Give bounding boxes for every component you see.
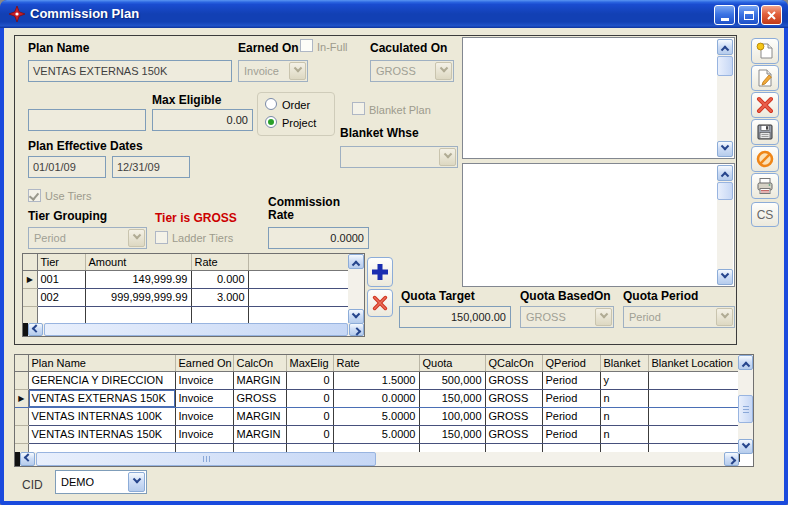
cell[interactable]: MARGIN <box>233 425 286 443</box>
minimize-button[interactable] <box>714 5 735 25</box>
column-header[interactable]: Amount <box>85 254 191 270</box>
cell[interactable]: VENTAS INTERNAS 150K <box>28 425 175 443</box>
column-header[interactable]: Rate <box>191 254 248 270</box>
cell[interactable]: GROSS <box>485 389 542 407</box>
cell[interactable]: 100,000 <box>419 407 485 425</box>
cell[interactable] <box>248 306 350 324</box>
column-header[interactable]: Blanket Location <box>648 355 739 371</box>
cell[interactable] <box>648 407 739 425</box>
titlebar[interactable]: Commission Plan <box>0 0 788 28</box>
scroll-right-button[interactable] <box>349 323 364 336</box>
cell[interactable]: 0 <box>286 371 333 389</box>
scrollbar-thumb[interactable] <box>738 395 753 423</box>
cell[interactable]: 3.000 <box>191 288 248 306</box>
column-header[interactable]: QCalcOn <box>485 355 542 371</box>
close-button[interactable] <box>761 5 782 25</box>
blanket-plan-checkbox[interactable] <box>352 102 365 115</box>
cell[interactable] <box>648 389 739 407</box>
scroll-down-button[interactable] <box>348 309 364 324</box>
cell[interactable] <box>191 306 248 324</box>
column-header[interactable]: Plan Name <box>28 355 175 371</box>
date-start-input[interactable]: 01/01/09 <box>28 156 106 178</box>
earned-on-dropdown-button[interactable] <box>289 62 306 80</box>
cell[interactable]: 0 <box>286 425 333 443</box>
scroll-left-button[interactable] <box>28 323 43 336</box>
cell[interactable]: Invoice <box>175 389 233 407</box>
delete-record-button[interactable] <box>751 92 779 118</box>
quota-basedon-dropdown-button[interactable] <box>595 308 612 326</box>
tier-grid-vscrollbar[interactable] <box>348 254 364 324</box>
cell[interactable]: Invoice <box>175 407 233 425</box>
cell[interactable]: 150,000 <box>419 389 485 407</box>
cell[interactable]: MARGIN <box>233 407 286 425</box>
delete-tier-button[interactable] <box>367 289 393 317</box>
column-header[interactable]: Blanket <box>600 355 648 371</box>
date-end-input[interactable]: 12/31/09 <box>112 156 190 178</box>
scrollbar-track[interactable] <box>717 181 733 269</box>
commission-rate-input[interactable]: 0.0000 <box>268 227 369 249</box>
cancel-button[interactable] <box>751 146 779 172</box>
cell[interactable]: 5.0000 <box>333 425 419 443</box>
cell[interactable]: 1.5000 <box>333 371 419 389</box>
cid-select[interactable]: DEMO <box>55 470 147 494</box>
cell[interactable]: Invoice <box>175 371 233 389</box>
memo-box-2-scrollbar[interactable] <box>717 165 733 285</box>
table-row[interactable]: ▶001149,999.990.000 <box>23 270 350 288</box>
table-row[interactable] <box>23 306 350 324</box>
quota-period-select[interactable]: Period <box>623 306 735 328</box>
table-row[interactable]: GERENCIA Y DIRECCIONInvoiceMARGIN01.5000… <box>15 371 739 389</box>
cell[interactable]: GERENCIA Y DIRECCION <box>28 371 175 389</box>
new-record-button[interactable] <box>751 38 779 64</box>
cell[interactable]: 149,999.99 <box>85 270 191 288</box>
column-header[interactable]: Tier <box>37 254 85 270</box>
cell[interactable] <box>85 306 191 324</box>
table-row[interactable]: ▶VENTAS EXTERNAS 150KInvoiceGROSS00.0000… <box>15 389 739 407</box>
column-header[interactable]: CalcOn <box>233 355 286 371</box>
calculated-on-select[interactable]: GROSS <box>370 60 454 82</box>
cell[interactable]: GROSS <box>485 371 542 389</box>
scrollbar-track[interactable] <box>35 452 724 466</box>
cell[interactable]: GROSS <box>485 425 542 443</box>
in-full-checkbox[interactable] <box>300 39 313 52</box>
cell[interactable]: 150,000 <box>419 425 485 443</box>
scroll-up-button[interactable] <box>717 165 733 181</box>
plan-name-input[interactable]: VENTAS EXTERNAS 150K <box>28 60 232 82</box>
cell[interactable]: 002 <box>37 288 85 306</box>
memo-box-1-scrollbar[interactable] <box>717 39 733 157</box>
scrollbar-track[interactable] <box>43 323 349 336</box>
cell[interactable]: n <box>600 407 648 425</box>
cell[interactable]: n <box>600 389 648 407</box>
scroll-down-button[interactable] <box>717 141 733 157</box>
print-button[interactable] <box>751 173 779 199</box>
cell[interactable]: Period <box>542 371 600 389</box>
scrollbar-track[interactable] <box>717 55 733 141</box>
scroll-right-button[interactable] <box>724 452 739 466</box>
cell[interactable] <box>248 270 350 288</box>
scrollbar-thumb[interactable] <box>36 452 376 466</box>
scrollbar-track[interactable] <box>738 370 753 439</box>
cell[interactable]: Period <box>542 389 600 407</box>
scroll-up-button[interactable] <box>738 355 753 370</box>
cell[interactable]: 500,000 <box>419 371 485 389</box>
max-eligible-input[interactable]: 0.00 <box>152 109 253 131</box>
cell[interactable]: n <box>600 425 648 443</box>
table-row[interactable]: VENTAS INTERNAS 150KInvoiceMARGIN05.0000… <box>15 425 739 443</box>
column-header[interactable]: Rate <box>333 355 419 371</box>
ladder-tiers-checkbox[interactable] <box>155 231 168 244</box>
scrollbar-thumb[interactable] <box>717 56 733 76</box>
cell[interactable]: 0 <box>286 407 333 425</box>
cell[interactable]: Invoice <box>175 425 233 443</box>
column-header[interactable]: Quota <box>419 355 485 371</box>
cell[interactable]: 0.000 <box>191 270 248 288</box>
cs-button[interactable]: CS <box>751 202 779 227</box>
cell[interactable] <box>248 288 350 306</box>
scroll-down-button[interactable] <box>738 439 753 454</box>
plan-grid-hscrollbar[interactable] <box>15 452 739 466</box>
save-record-button[interactable] <box>751 119 779 145</box>
use-tiers-checkbox[interactable] <box>28 189 41 202</box>
maximize-button[interactable] <box>738 5 759 25</box>
cell[interactable] <box>37 306 85 324</box>
cell[interactable]: 0.0000 <box>333 389 419 407</box>
cell[interactable]: VENTAS INTERNAS 100K <box>28 407 175 425</box>
cell[interactable]: GROSS <box>233 389 286 407</box>
